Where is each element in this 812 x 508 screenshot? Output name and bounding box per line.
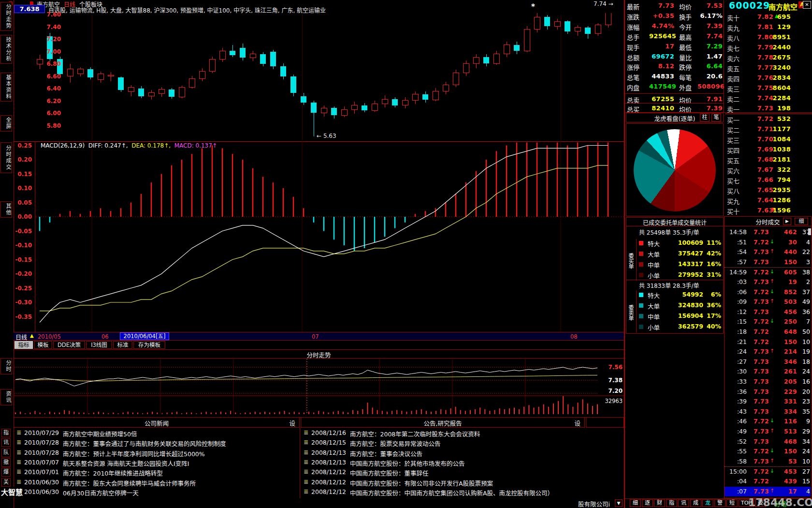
pie-tick-button[interactable]: 笔 [711,114,721,121]
news-doc-icon: ≣ [16,429,21,436]
quote-orderbook-divider [724,0,724,112]
news-row[interactable]: ≣ 2008/12/12 中国南方航空股份：中国南方航空集团公司认购新A股、南龙… [301,488,623,497]
ask-row-8[interactable]: 卖八 7.80 8951 [725,32,812,43]
order-stats-pct: 17% [702,312,721,319]
bid-row-7[interactable]: 买七 7.66 794 [725,175,812,185]
news-row[interactable]: ≣ 2010/07/28 南方航空：预计上半年度净利润同比增长超过5000% [14,448,299,458]
news-right-settings-button[interactable]: 设 [574,418,580,428]
quote-label: 总额 [627,53,639,62]
close-icon[interactable]: ✕ [803,1,811,9]
news-scroll-down-icon[interactable]: ▼ [615,499,623,507]
sidebar-tab-4[interactable]: 全屏 [0,115,12,132]
bid-row-2[interactable]: 买二 7.71 1177 [725,124,812,134]
toolbar-tab-6[interactable]: 存为模板 [133,341,165,349]
bid-row-6[interactable]: 买六 7.67 322 [725,165,812,175]
ask-row-6[interactable]: 卖六 7.78 2675 [725,53,812,63]
news-date: 2010/06/30 [24,488,59,495]
sidebar-lower-tab-2[interactable]: 资讯 [0,389,12,405]
period-selector[interactable]: 日线 [15,333,27,341]
book-volume: 1177 [771,125,791,133]
book-price: 7.82 [753,13,773,20]
tape-volume: 605 [775,269,797,276]
sidebar-shortcut-3[interactable]: 队 [1,448,11,457]
news-row[interactable]: ≣ 2008/12/13 中国南方航空股份：於其他市场发布的公告 [301,458,623,467]
statusbar-button-讯[interactable]: 讯 [678,499,689,507]
statusbar-button-财[interactable]: 财 [654,499,665,507]
tape-time: 15:00 [725,468,747,475]
sidebar-tab-3[interactable]: 基本资料 [0,73,12,102]
news-row[interactable]: ≣ 2010/06/30 06月30日南方航空停牌一天 [14,488,299,497]
statusbar-button-成[interactable]: 成 [690,499,701,507]
toolbar-tab-2[interactable]: 模板 [34,341,52,349]
news-row[interactable]: ≣ 2008/12/12 中国南方航空股份：有限公司非公开发行A股股票预案 [301,478,623,487]
bid-row-3[interactable]: 买三 7.70 1084 [725,134,812,145]
kline-chart[interactable] [14,13,624,141]
toolbar-tab-1[interactable]: 指标 [14,341,33,349]
bid-row-9[interactable]: 买九 7.64 1286 [725,195,812,206]
news-row[interactable]: ≣ 2010/07/07 航天系整合资源 海南航天主题公园投资人I变阵I [14,458,299,467]
sidebar-tab-2[interactable]: 技术分析 [0,35,12,64]
ask-row-9[interactable]: 卖九 7.81 129 [725,22,812,32]
statusbar-button-短[interactable]: 短 [726,499,738,507]
tape-scrollbar-thumb[interactable] [808,228,811,235]
kline-y-label: 7.20 [14,36,61,43]
bid-row-4[interactable]: 买四 7.69 1038 [725,145,812,155]
order-stats-mid-border [626,280,724,280]
ask-row-1[interactable]: 卖一 7.73 198 [725,104,812,114]
statusbar-button-指[interactable]: 指 [666,499,677,507]
news-row[interactable]: ≣ 2010/07/29 南方航空中期业绩预增50倍 [14,429,299,438]
sidebar-tab-1[interactable]: 分时走势 [0,2,12,31]
bid-row-10[interactable]: 买十 7.63 ▼ 1596 [725,206,812,216]
tape-time: :18 [725,328,747,335]
news-row[interactable]: ≣ 2008/12/15 南方航空：股票交易异常波动公告 [301,438,623,448]
statusbar-button-龙[interactable]: 龙 [702,499,713,507]
ask-row-10[interactable]: 卖十 7.82 ▲ 695 [725,12,812,22]
news-doc-icon: ≣ [16,468,21,475]
news-title: 中国南方航空股份：中国南方航空集团公司认购新A股、南龙控股有限公司） [350,488,553,497]
intraday-chart[interactable] [14,358,624,417]
statusbar-button-警[interactable]: 警 [714,499,725,507]
toolbar-tab-3[interactable]: DDE决策 [53,341,85,349]
toolbar-tab-5[interactable]: 标准 [113,341,132,349]
ask-row-7[interactable]: 卖七 7.79 2440 [725,43,812,53]
tape-expand-button[interactable]: ▶ [783,218,791,225]
pie-chart[interactable] [634,129,716,211]
sidebar-lower-tab-1[interactable]: 分时 [0,358,12,374]
sidebar-shortcut-6[interactable]: 关 [1,478,11,487]
toolbar-tab-4[interactable]: I3线图 [86,341,112,349]
tape-detail-button[interactable]: 细 [795,218,808,225]
order-stats-pct: 42% [702,250,721,257]
bid-row-5[interactable]: 买五 7.68 2181 [725,155,812,165]
news-row[interactable]: ≣ 2008/12/16 南方航空：2008年第二次临时股东大会会议资料 [301,429,623,438]
news-row[interactable]: ≣ 2008/12/13 南方航空：董事会决议公告 [301,448,623,458]
ask-row-4[interactable]: 卖四 7.76 2834 [725,73,812,83]
kline-y-label: 5.80 [14,122,61,129]
statusbar-button-逐[interactable]: 逐 [642,499,653,507]
ask-row-3[interactable]: 卖三 7.75 8604 [725,83,812,93]
order-stats-value: 362579 [669,323,703,330]
ask-row-2[interactable]: 卖二 7.74 2284 [725,93,812,104]
macd-y-label: 0.10 [1,185,32,192]
tape-price: 7.73 [750,258,769,266]
macd-y-label: 0.00 [1,213,32,220]
news-left-settings-button[interactable]: 设 [289,418,295,428]
sidebar-shortcut-5[interactable]: 爆 [1,468,11,477]
pie-bar-button[interactable]: 柱 [700,114,710,121]
tape-volume: 453 [775,468,797,475]
tape-time: :33 [725,378,747,385]
sidebar-shortcut-1[interactable]: 指 [1,429,11,437]
bid-row-8[interactable]: 买八 7.65 2935 [725,185,812,195]
period-arrow-icon[interactable]: ▲ [30,333,34,338]
statusbar-button-细[interactable]: 细 [630,499,641,507]
bid-row-1[interactable]: 买一 7.72 532 [725,114,812,124]
macd-y-label: -0.10 [1,242,32,249]
news-row[interactable]: ≣ 2010/06/30 南方航空：股东大会同意续聘毕马威会计师事务所 [14,478,299,487]
macd-chart[interactable] [36,141,624,332]
news-row[interactable]: ≣ 2010/07/28 南方航空：董事会通过了与南航财务关联交易的风险控制制度 [14,438,299,448]
news-row[interactable]: ≣ 2010/07/01 南方航空：2010年继续推进战略转型 [14,468,299,477]
news-row[interactable]: ≣ 2008/12/12 中国南方航空股份：董事辞任 [301,468,623,477]
sidebar-shortcut-2[interactable]: 讯 [1,438,11,447]
ask-row-5[interactable]: 卖五 7.77 3240 [725,63,812,73]
selected-date-box[interactable]: 2010/06/04[五] [120,332,169,340]
sidebar-shortcut-4[interactable]: 撤 [1,458,11,467]
